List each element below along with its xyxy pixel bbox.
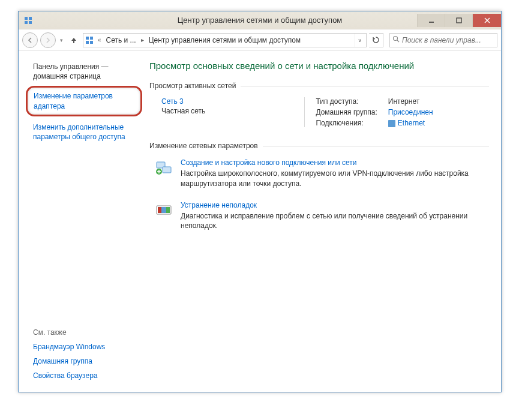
option-troubleshoot: Устранение неполадок Диагностика и испра… (149, 197, 489, 240)
back-button[interactable] (22, 32, 38, 48)
access-type-value: Интернет (388, 97, 484, 106)
address-bar[interactable]: « Сеть и ... ▸ Центр управления сетями и… (83, 33, 367, 47)
homegroup-label: Домашняя группа: (316, 108, 377, 116)
change-settings-group: Изменение сетевых параметров Создание и (149, 142, 489, 239)
divider (241, 86, 489, 86)
breadcrumb-seg-1[interactable]: Сеть и ... (105, 36, 137, 44)
address-dropdown-icon[interactable]: v (355, 34, 365, 47)
svg-rect-10 (86, 41, 89, 44)
page-heading: Просмотр основных сведений о сети и наст… (149, 61, 489, 71)
sidebar: Панель управления — домашняя страница Из… (19, 51, 145, 392)
main-content: Просмотр основных сведений о сети и наст… (145, 51, 501, 392)
network-type: Частная сеть (161, 107, 293, 115)
content-body: Панель управления — домашняя страница Из… (19, 51, 501, 392)
troubleshoot-icon (154, 201, 173, 220)
svg-rect-19 (158, 207, 161, 213)
svg-rect-11 (90, 41, 93, 44)
change-settings-title: Изменение сетевых параметров (149, 142, 258, 150)
svg-rect-0 (25, 17, 28, 20)
vertical-divider (304, 97, 305, 127)
window-controls (417, 14, 501, 27)
network-summary: Сеть 3 Частная сеть (161, 97, 293, 127)
sidebar-adapter-link[interactable]: Изменение параметров адаптера (34, 91, 134, 110)
chevron-right-icon: ▸ (140, 37, 145, 43)
access-type-label: Тип доступа: (316, 97, 377, 106)
highlight-annotation: Изменение параметров адаптера (26, 86, 142, 116)
svg-rect-5 (457, 18, 461, 23)
sidebar-spacer (33, 150, 136, 328)
search-input[interactable] (402, 36, 494, 44)
sidebar-sharing-link[interactable]: Изменить дополнительные параметры общего… (33, 122, 136, 142)
sidebar-homegroup-link[interactable]: Домашняя группа (33, 357, 136, 365)
ethernet-icon (388, 120, 395, 127)
new-connection-icon (154, 158, 173, 178)
sidebar-browser-link[interactable]: Свойства браузера (33, 371, 136, 380)
divider (263, 146, 489, 146)
up-button[interactable] (67, 36, 80, 44)
option-new-connection: Создание и настройка нового подключения … (149, 155, 489, 197)
new-connection-link[interactable]: Создание и настройка нового подключения … (181, 158, 489, 167)
svg-rect-1 (29, 17, 32, 20)
sidebar-firewall-link[interactable]: Брандмауэр Windows (33, 343, 136, 351)
search-box[interactable] (389, 33, 497, 47)
svg-rect-2 (25, 21, 28, 24)
connection-name: Ethernet (398, 119, 425, 127)
history-dropdown-icon[interactable]: ▾ (58, 37, 65, 43)
see-also-heading: См. также (33, 328, 136, 337)
breadcrumb-seg-2[interactable]: Центр управления сетями и общим доступом (148, 36, 302, 44)
close-button[interactable] (472, 14, 501, 27)
minimize-button[interactable] (417, 14, 445, 27)
svg-line-13 (397, 40, 399, 42)
troubleshoot-link[interactable]: Устранение неполадок (181, 201, 489, 209)
network-icon (85, 35, 94, 45)
chevron-left-left-icon: « (97, 37, 103, 43)
homegroup-link[interactable]: Присоединен (388, 108, 484, 116)
maximize-button[interactable] (445, 14, 472, 27)
window-frame: Центр управления сетями и общим доступом… (18, 11, 502, 392)
svg-rect-8 (86, 37, 89, 40)
connection-link[interactable]: Ethernet (388, 119, 484, 127)
titlebar: Центр управления сетями и общим доступом (19, 11, 501, 29)
troubleshoot-desc: Диагностика и исправление проблем с сеть… (181, 211, 489, 232)
svg-rect-9 (90, 37, 93, 40)
new-connection-desc: Настройка широкополосного, коммутируемог… (181, 169, 489, 189)
active-networks-title: Просмотр активных сетей (149, 82, 236, 90)
network-name[interactable]: Сеть 3 (161, 97, 293, 106)
svg-rect-15 (163, 167, 171, 173)
connections-label: Подключения: (316, 119, 377, 127)
forward-button[interactable] (40, 32, 56, 48)
svg-rect-20 (166, 207, 170, 213)
refresh-button[interactable] (369, 33, 383, 47)
active-networks-group: Просмотр активных сетей Сеть 3 Частная с… (149, 82, 489, 130)
app-icon (23, 16, 33, 25)
network-details: Тип доступа: Интернет Домашняя группа: П… (316, 97, 484, 127)
sidebar-home-link[interactable]: Панель управления — домашняя страница (33, 62, 136, 81)
svg-rect-3 (29, 21, 32, 24)
nav-toolbar: ▾ « Сеть и ... ▸ Центр управления сетями… (19, 29, 501, 51)
search-icon (392, 35, 400, 44)
svg-point-12 (394, 37, 398, 41)
